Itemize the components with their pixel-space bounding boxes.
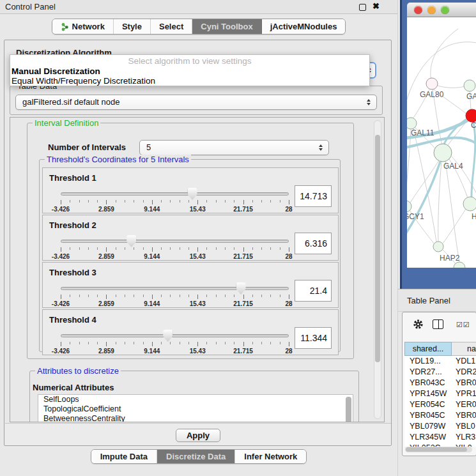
network-edge[interactable] xyxy=(443,209,466,243)
table-hscrollbar-thumb[interactable] xyxy=(406,447,467,452)
network-node-node-bottom[interactable] xyxy=(454,262,465,268)
tick-label: 15.43 xyxy=(190,300,206,307)
network-window-titlebar[interactable] xyxy=(407,3,476,17)
table-row[interactable]: YPR145WYPR1 xyxy=(404,388,476,399)
network-edge[interactable] xyxy=(407,129,411,203)
tab-infer-network[interactable]: Infer Network xyxy=(235,450,306,463)
tab-discretize-data[interactable]: Discretize Data xyxy=(157,450,235,463)
top-tab-bar: Network Style Select Cyni Toolbox jActiv… xyxy=(0,19,397,35)
network-node-node-h[interactable] xyxy=(463,197,476,211)
tab-select[interactable]: Select xyxy=(151,19,192,34)
tab-style[interactable]: Style xyxy=(114,19,151,34)
apply-button[interactable]: Apply xyxy=(176,429,220,442)
tab-label: Style xyxy=(122,19,142,34)
zoom-window-button[interactable] xyxy=(441,6,449,14)
right-region: GAL80GACGAL11GAL4GCY1HHAP2 Table Panel ☑… xyxy=(397,0,476,476)
tick-label: 15.43 xyxy=(190,348,206,355)
network-node-GAL80[interactable] xyxy=(426,78,438,89)
table-row[interactable]: YBR043CYBR0 xyxy=(404,378,476,388)
network-edge[interactable] xyxy=(445,161,459,262)
network-node-node-red[interactable] xyxy=(466,109,476,122)
tab-cyni-toolbox[interactable]: Cyni Toolbox xyxy=(192,19,261,34)
float-window-icon[interactable] xyxy=(359,4,366,11)
table-hscrollbar[interactable] xyxy=(405,447,472,452)
tick-label: 9.144 xyxy=(144,253,160,260)
network-icon xyxy=(61,22,69,31)
apply-strip: Apply xyxy=(5,423,391,445)
tab-label: Network xyxy=(72,19,105,34)
close-icon[interactable]: ✖ xyxy=(372,1,380,11)
tab-jactivemnodules[interactable]: jActiveMNodules xyxy=(262,19,346,34)
table-row[interactable]: YER054CYER0 xyxy=(404,399,476,410)
threshold-slider[interactable]: -3.4262.8599.14415.4321.71528 xyxy=(61,234,289,261)
tab-impute-data[interactable]: Impute Data xyxy=(91,450,157,463)
network-edge[interactable] xyxy=(407,42,476,113)
table-data-combo-value: galFiltered.sif default node xyxy=(22,97,119,107)
threshold-value-field[interactable]: 11.344 xyxy=(295,327,332,349)
attribute-list-item[interactable]: TopologicalCoefficient xyxy=(38,404,353,414)
table-row[interactable]: YLR345WYLR3 xyxy=(404,432,476,443)
network-node-HAP2[interactable] xyxy=(433,242,443,252)
network-edge[interactable] xyxy=(472,122,475,197)
slider-track[interactable] xyxy=(61,192,289,196)
threshold-slider[interactable]: -3.4262.8599.14415.4321.71528 xyxy=(61,187,289,214)
tick-label: 9.144 xyxy=(144,300,160,307)
table-data-combo[interactable]: galFiltered.sif default node xyxy=(15,95,377,110)
attribute-list-item[interactable]: BetweennessCentrality xyxy=(38,414,353,422)
dropdown-option-manual[interactable]: Manual Discretization xyxy=(10,66,369,76)
network-edge[interactable] xyxy=(438,162,441,242)
network-canvas[interactable]: GAL80GACGAL11GAL4GCY1HHAP2 xyxy=(407,17,476,268)
settings-scrollbar-thumb[interactable] xyxy=(375,135,380,362)
cell-shared-name: YER054C xyxy=(404,399,452,410)
select-columns-icon[interactable]: ☑☑ xyxy=(456,321,470,329)
network-edge[interactable] xyxy=(410,160,439,204)
column-header-name[interactable]: na xyxy=(452,342,476,356)
slider-major-ticks xyxy=(61,342,289,346)
slider-thumb[interactable] xyxy=(188,188,197,200)
table-row[interactable]: YDL19...YDL1 xyxy=(404,356,476,367)
slider-thumb[interactable] xyxy=(236,282,246,295)
close-window-button[interactable] xyxy=(414,6,422,14)
settings-scrollbar[interactable] xyxy=(374,120,381,419)
network-node-GAL4[interactable] xyxy=(434,144,452,162)
slider-track[interactable] xyxy=(61,334,289,337)
minimize-window-button[interactable] xyxy=(427,6,436,14)
slider-track[interactable] xyxy=(61,240,289,243)
column-header-shared-name[interactable]: shared... xyxy=(404,342,452,356)
number-of-intervals-value: 5 xyxy=(146,142,151,152)
tick-label: -3.426 xyxy=(52,253,70,260)
interval-definition-group: Interval Definition Number of Intervals … xyxy=(27,123,354,359)
slider-tick-labels: -3.4262.8599.14415.4321.71528 xyxy=(61,300,289,308)
threshold-value-field[interactable]: 21.4 xyxy=(295,280,332,302)
cell-shared-name: YBR045C xyxy=(404,410,452,421)
tick-label: 2.859 xyxy=(98,300,114,307)
gear-icon[interactable] xyxy=(413,319,424,332)
bottom-tab-group: Impute Data Discretize Data Infer Networ… xyxy=(91,449,307,464)
network-node-node-topright[interactable] xyxy=(464,80,475,91)
slider-track[interactable] xyxy=(61,287,289,290)
threshold-value-field[interactable]: 14.713 xyxy=(295,185,332,207)
attributes-group-title: Attributes to discretize xyxy=(35,366,121,376)
cell-shared-name: YBL079W xyxy=(404,421,452,432)
table-row[interactable]: YDR27...YDR2 xyxy=(404,367,476,378)
algorithm-dropdown-popup: Select algorithm to view settings Manual… xyxy=(10,54,370,86)
attribute-list-item[interactable]: SelfLoops xyxy=(38,395,353,404)
table-row[interactable]: YBR045CYBR0 xyxy=(404,410,476,421)
network-edge[interactable] xyxy=(431,29,458,84)
network-edge[interactable] xyxy=(412,84,432,119)
slider-thumb[interactable] xyxy=(127,235,136,247)
number-of-intervals-combo[interactable]: 5 xyxy=(139,140,329,155)
slider-thumb[interactable] xyxy=(163,330,173,342)
numerical-attributes-list[interactable]: SelfLoopsTopologicalCoefficientBetweenne… xyxy=(38,394,353,422)
tick-label: 28 xyxy=(285,300,292,307)
tab-network[interactable]: Network xyxy=(52,19,114,34)
table-row[interactable]: YBL079WYBL0 xyxy=(404,421,476,432)
threshold-slider[interactable]: -3.4262.8599.14415.4321.71528 xyxy=(61,329,289,356)
network-node-GAL11[interactable] xyxy=(407,118,417,129)
tab-label: Cyni Toolbox xyxy=(201,19,252,34)
threshold-slider[interactable]: -3.4262.8599.14415.4321.71528 xyxy=(61,282,289,309)
threshold-value-field[interactable]: 6.316 xyxy=(295,233,332,254)
list-scrollbar[interactable] xyxy=(346,397,351,422)
split-columns-icon[interactable] xyxy=(433,319,443,329)
dropdown-option-equal-width[interactable]: Equal Width/Frequency Discretization xyxy=(10,76,369,86)
